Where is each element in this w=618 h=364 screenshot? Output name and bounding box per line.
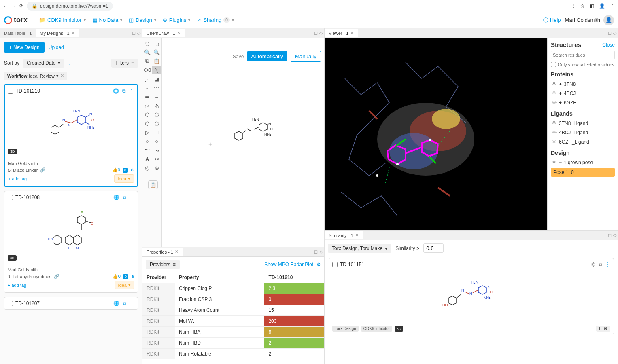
add-tag-link[interactable]: + add tag	[8, 176, 27, 181]
eye-off-icon[interactable]: 👁	[552, 139, 557, 145]
close-icon[interactable]: ✕	[355, 233, 359, 238]
sharing-dropdown[interactable]: ↗Sharing0▾	[193, 15, 237, 25]
wedge-tool[interactable]: ◢	[152, 74, 162, 83]
copy-icon[interactable]: ⧉	[123, 195, 126, 200]
card-tag[interactable]: 5: Diazo Linker	[8, 168, 38, 173]
copy-icon[interactable]: ⧉	[122, 88, 126, 94]
collapse-icon[interactable]: ◇	[613, 30, 616, 36]
zoom-out-tool[interactable]: 🔍	[152, 48, 162, 57]
logo[interactable]: torx	[4, 16, 28, 24]
close-link[interactable]: Close	[602, 42, 615, 48]
benzene-tool[interactable]: ⬡	[142, 110, 152, 119]
plugins-dropdown[interactable]: ⊕Plugins▾	[159, 15, 194, 25]
globe-icon[interactable]: 🌐	[113, 195, 119, 200]
cyclopentane2-tool[interactable]: ⬠	[152, 119, 162, 128]
comment-icon[interactable]: 0	[123, 168, 128, 173]
copy-icon[interactable]: ⧉	[123, 301, 126, 306]
target-tool[interactable]: ◎	[142, 163, 152, 172]
protein-item[interactable]: 👁+3TN8	[551, 79, 615, 89]
workflow-filter-chip[interactable]: Workflow Idea, Review ▾ ✕	[4, 72, 67, 80]
globe-icon[interactable]: 🌐	[113, 88, 119, 94]
chain-tool[interactable]: ⩙	[142, 101, 152, 110]
status-badge[interactable]: Idea▾	[114, 174, 134, 183]
hash-tool[interactable]: ⫽	[142, 83, 152, 92]
forward-icon[interactable]: →	[11, 3, 16, 9]
auto-save-button[interactable]: Automatically	[247, 51, 287, 61]
design-card[interactable]: TD-101208 🌐 ⧉ ⋮ F O NH HN 3	[4, 191, 138, 293]
window-icon[interactable]: ◻	[314, 249, 318, 254]
manual-save-button[interactable]: Manually	[291, 51, 321, 62]
clip-tool[interactable]: ✂	[152, 154, 162, 163]
globe-icon[interactable]: 🌐	[113, 301, 119, 306]
window-icon[interactable]: ◻	[132, 30, 136, 36]
tab-viewer[interactable]: Viewer - 1✕	[325, 29, 358, 37]
only-selected-checkbox[interactable]: Only show selected residues	[551, 62, 615, 67]
design-card[interactable]: TD-101210 🌐 ⧉ ⋮ H₂N N O NH₂ NN	[4, 84, 138, 187]
close-icon[interactable]: ✕	[71, 30, 75, 36]
link-icon[interactable]: 🔗	[54, 274, 59, 279]
paste-tool[interactable]: 📋	[152, 57, 162, 66]
protein-item[interactable]: 👁+6GZH	[551, 98, 615, 107]
share-icon[interactable]: ⋔	[131, 274, 134, 279]
double-bond-tool[interactable]: ═	[142, 92, 152, 101]
back-icon[interactable]: ←	[3, 3, 8, 9]
tab-data-table[interactable]: Data Table - 1	[0, 29, 36, 37]
sortby-dropdown[interactable]: Created Date▾	[23, 59, 64, 68]
eye-icon[interactable]: 👁	[552, 120, 557, 126]
triple-bond-tool[interactable]: ≡	[152, 92, 162, 101]
ligand-item[interactable]: 👁4BCJ_Ligand	[551, 128, 615, 137]
eraser-tool[interactable]: ⌫	[142, 66, 152, 74]
tab-properties[interactable]: Properties - 1✕	[142, 248, 183, 256]
window-icon[interactable]: ◻	[608, 30, 612, 36]
card-checkbox[interactable]	[8, 89, 13, 94]
clipboard-tool[interactable]: 📋	[148, 180, 158, 189]
copy-tool[interactable]: ⧉	[142, 57, 152, 66]
link-icon[interactable]: 🔗	[40, 167, 46, 173]
eye-icon[interactable]: 👁	[552, 159, 557, 165]
thumbs-up-icon[interactable]: 👍0	[113, 274, 121, 279]
project-dropdown[interactable]: 📁CDK9 Inhibitor▾	[36, 15, 89, 25]
gear-icon[interactable]: ⚙	[316, 262, 321, 267]
status-badge[interactable]: Idea▾	[115, 281, 134, 289]
close-icon[interactable]: ✕	[60, 73, 64, 78]
eye-icon[interactable]: 👁	[552, 81, 557, 87]
data-dropdown[interactable]: ▦No Data▾	[89, 15, 126, 25]
circle2-tool[interactable]: ○	[152, 137, 162, 146]
kebab-icon[interactable]: ⋮	[130, 301, 134, 306]
kebab-icon[interactable]: ⋮	[129, 88, 134, 94]
new-design-button[interactable]: +New Design	[4, 42, 45, 53]
reload-icon[interactable]: ⟳	[19, 3, 23, 9]
panel-icon[interactable]: ◧	[590, 3, 594, 9]
kebab-icon[interactable]: ⋮	[605, 262, 610, 267]
zoom-in-tool[interactable]: 🔍	[142, 48, 152, 57]
card-tag[interactable]: 9: Tetrahydropyridines	[8, 274, 51, 279]
show-mpo-link[interactable]: Show MPO Radar Plot	[264, 262, 313, 267]
eye-off-icon[interactable]: 👁	[552, 129, 557, 135]
filters-button[interactable]: Filters≡	[111, 59, 138, 68]
kebab-icon[interactable]: ⋮	[610, 3, 615, 9]
play-tool[interactable]: ▷	[142, 128, 152, 137]
bond-tool[interactable]: ╲	[152, 66, 162, 74]
close-icon[interactable]: ✕	[177, 30, 181, 36]
lasso-tool[interactable]: ◌	[142, 39, 152, 48]
collapse-icon[interactable]: ◇	[319, 30, 323, 36]
similarity-source-dropdown[interactable]: Torx Design, Torx Make▾	[328, 244, 391, 253]
help-link[interactable]: ⓘ Help	[543, 17, 561, 24]
kebab-icon[interactable]: ⋮	[130, 195, 134, 200]
wavy-tool[interactable]: 〰	[152, 83, 162, 92]
eye-off-icon[interactable]: 👁	[552, 99, 557, 106]
grown-pose-item[interactable]: 👁−1 grown pose	[551, 158, 615, 167]
ligand-item[interactable]: 👁3TN8_Ligand	[551, 119, 615, 128]
eye-off-icon[interactable]: 👁	[552, 90, 557, 96]
tab-chemdraw[interactable]: ChemDraw - 1✕	[142, 29, 185, 37]
arrow-tool[interactable]: ↝	[152, 146, 162, 154]
collapse-icon[interactable]: ◇	[613, 233, 616, 238]
plus-tool[interactable]: ⊕	[152, 163, 162, 172]
dash-bond-tool[interactable]: ⋰	[142, 74, 152, 83]
cyclohexane-tool[interactable]: ⬡	[142, 119, 152, 128]
design-card[interactable]: TD-101207 🌐 ⧉ ⋮	[4, 297, 138, 310]
structure-icon[interactable]: ⌬	[591, 262, 595, 267]
properties-table[interactable]: ProviderPropertyTD-101210 RDKitCrippen C…	[142, 272, 324, 364]
card-checkbox[interactable]	[8, 301, 13, 306]
wave-tool[interactable]: 〜	[142, 146, 152, 154]
